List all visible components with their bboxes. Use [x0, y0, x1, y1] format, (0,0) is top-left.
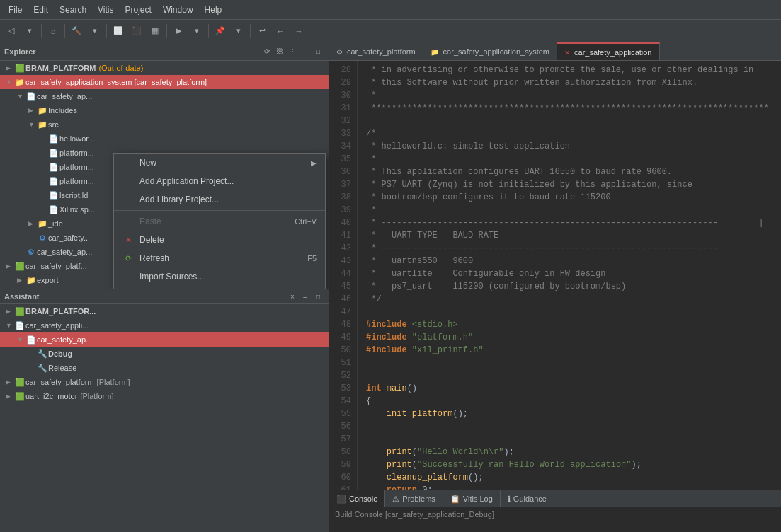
cm-add-lib-icon	[122, 194, 134, 205]
assistant-maximize-icon[interactable]: □	[312, 290, 324, 303]
arrow: ▶	[6, 64, 14, 71]
cm-paste-shortcut: Ctrl+V	[295, 217, 317, 226]
car-appli-icon: 📄	[14, 321, 25, 330]
tree-item-src[interactable]: ▼ 📁 src	[0, 117, 329, 132]
toolbar-home[interactable]: ⌂	[45, 23, 62, 40]
tree-item-uart[interactable]: ▶ 🟩 uart_i2c_motor [Platform]	[0, 389, 329, 403]
toolbar-pin[interactable]: 📌	[212, 23, 229, 40]
arrow: ▶	[6, 308, 14, 315]
bottom-tab-console[interactable]: ⬛ Console	[329, 490, 385, 507]
right-panel: ⚙ car_safety_platform 📁 car_safety_appli…	[329, 42, 781, 532]
cm-new[interactable]: New ▶	[114, 154, 325, 172]
assistant-minimize-icon[interactable]: –	[299, 290, 312, 303]
problems-icon: ⚠	[392, 495, 399, 504]
tree-area: ▶ 🟩 BRAM_PLATFORM (Out-of-date) ▼ 📁 car_…	[0, 61, 329, 289]
toolbar-back[interactable]: ◁	[3, 23, 20, 40]
toolbar-back2[interactable]: ←	[272, 23, 289, 40]
bottom-tab-problems[interactable]: ⚠ Problems	[385, 490, 443, 507]
tab-car-safety-platform[interactable]: ⚙ car_safety_platform	[329, 42, 423, 61]
menu-vitis[interactable]: Vitis	[92, 2, 119, 18]
bram-icon: 🟩	[14, 64, 25, 73]
bottom-tab-guidance[interactable]: ℹ Guidance	[501, 490, 554, 507]
bottom-panel: ⬛ Console ⚠ Problems 📋 Vitis Log ℹ Guida…	[329, 490, 781, 532]
menu-help[interactable]: Help	[199, 2, 228, 18]
guidance-icon: ℹ	[508, 495, 511, 504]
bottom-tabs: ⬛ Console ⚠ Problems 📋 Vitis Log ℹ Guida…	[329, 490, 781, 507]
debug-icon: 🔧	[37, 349, 48, 359]
explorer-maximize-icon[interactable]: □	[312, 45, 324, 58]
toolbar-build2[interactable]: ▾	[86, 23, 103, 40]
toolbar-pin-dropdown[interactable]: ▾	[230, 23, 247, 40]
cm-add-app[interactable]: Add Application Project...	[114, 172, 325, 190]
toolbar-debug2[interactable]: ⬛	[128, 23, 145, 40]
cm-import[interactable]: Import Sources...	[114, 267, 325, 286]
explorer-title: Explorer	[4, 47, 261, 56]
release-icon: 🔧	[37, 364, 48, 373]
toolbar-dropdown1[interactable]: ▾	[21, 23, 38, 40]
tree-item-debug[interactable]: 🔧 Debug	[0, 347, 329, 361]
toolbar-fwd[interactable]: →	[290, 23, 307, 40]
tree-item-includes[interactable]: ▶ 📁 Includes	[0, 103, 329, 117]
tree-item-car-platf2[interactable]: ▶ 🟩 car_safety_platform [Platform]	[0, 375, 329, 389]
toolbar-run[interactable]: ▶	[170, 23, 187, 40]
editor-tabs: ⚙ car_safety_platform 📁 car_safety_appli…	[329, 42, 781, 61]
cm-paste-icon	[122, 216, 134, 227]
lscript-icon: 📄	[48, 191, 59, 200]
code-content[interactable]: * in advertising or otherwise to promote…	[358, 61, 781, 490]
tree-item-car-ap2[interactable]: ▼ 📄 car_safety_ap...	[0, 332, 329, 347]
cm-new-arrow: ▶	[311, 159, 317, 167]
car-platf2-icon: 🟩	[14, 378, 25, 387]
assistant-header: Assistant × – □	[0, 289, 329, 304]
bram-label: BRAM_PLATFORM	[25, 64, 96, 72]
explorer-minimize-icon[interactable]: –	[299, 45, 312, 58]
uart-suffix: [Platform]	[80, 392, 113, 400]
tree-item-car-appli[interactable]: ▼ 📄 car_safety_appli...	[0, 318, 329, 332]
tree-item-release[interactable]: 🔧 Release	[0, 361, 329, 375]
tree-item-car-system[interactable]: ▼ 📁 car_safety_application_system [car_s…	[0, 75, 329, 89]
cm-add-app-label: Add Application Project...	[139, 176, 234, 186]
cm-refresh[interactable]: ⟳ Refresh F5	[114, 249, 325, 267]
cm-delete[interactable]: ✕ Delete	[114, 231, 325, 249]
menu-search[interactable]: Search	[54, 2, 92, 18]
explorer-menu-icon[interactable]: ⋮	[286, 45, 299, 58]
plat1-icon: 📄	[48, 149, 59, 158]
assistant-tree: ▶ 🟩 BRAM_PLATFOR... ▼ 📄 car_safety_appli…	[0, 304, 329, 532]
cm-add-lib[interactable]: Add Library Project...	[114, 190, 325, 209]
toolbar-debug3[interactable]: ▦	[147, 23, 164, 40]
toolbar-sep6	[250, 24, 251, 38]
toolbar-undo[interactable]: ↩	[253, 23, 270, 40]
tab-car-safety-app[interactable]: ✕ car_safety_application	[557, 42, 659, 61]
car-platf2-label: car_safety_platform	[25, 378, 94, 386]
tree-item-car-app[interactable]: ▼ 📄 car_safety_ap...	[0, 89, 329, 103]
tree-item-hellowor[interactable]: 📄 hellowor...	[0, 132, 329, 146]
cm-refresh-label: Refresh	[139, 253, 169, 263]
bram-plat-icon: 🟩	[14, 307, 25, 316]
console-label: Console	[349, 495, 377, 503]
hellowor-icon: 📄	[48, 134, 59, 144]
cm-new-label: New	[139, 158, 156, 168]
toolbar-run-dropdown[interactable]: ▾	[188, 23, 205, 40]
main: Explorer ⟳ ⛓ ⋮ – □ ▶ 🟩 BRAM_PLATFORM (Ou…	[0, 42, 781, 532]
explorer-sync-icon[interactable]: ⟳	[261, 45, 273, 58]
menu-project[interactable]: Project	[120, 2, 157, 18]
toolbar-sep1	[41, 24, 42, 38]
lscript-label: lscript.ld	[59, 191, 88, 200]
cm-export[interactable]: Export as Archive	[114, 286, 325, 289]
arrow: ▶	[28, 107, 37, 114]
bottom-tab-vitis-log[interactable]: 📋 Vitis Log	[443, 490, 501, 507]
menu-file[interactable]: File	[3, 2, 28, 18]
tab-car-safety-app-system[interactable]: 📁 car_safety_application_system	[423, 42, 557, 61]
menu-window[interactable]: Window	[157, 2, 199, 18]
tree-item-bram[interactable]: ▶ 🟩 BRAM_PLATFORM (Out-of-date)	[0, 61, 329, 75]
menu-edit[interactable]: Edit	[28, 2, 54, 18]
explorer-link-icon[interactable]: ⛓	[273, 45, 286, 58]
cm-import-label: Import Sources...	[139, 272, 204, 282]
tab-car-safety-app-icon: ✕	[564, 49, 570, 57]
assistant-close-icon[interactable]: ×	[286, 290, 299, 303]
xilinx-label: Xilinx.sp...	[59, 205, 95, 214]
toolbar-debug1[interactable]: ⬜	[110, 23, 127, 40]
tree-item-bram-plat[interactable]: ▶ 🟩 BRAM_PLATFOR...	[0, 304, 329, 318]
toolbar-build1[interactable]: 🔨	[68, 23, 85, 40]
cm-paste-label: Paste	[139, 216, 161, 226]
src-label: src	[48, 120, 59, 129]
